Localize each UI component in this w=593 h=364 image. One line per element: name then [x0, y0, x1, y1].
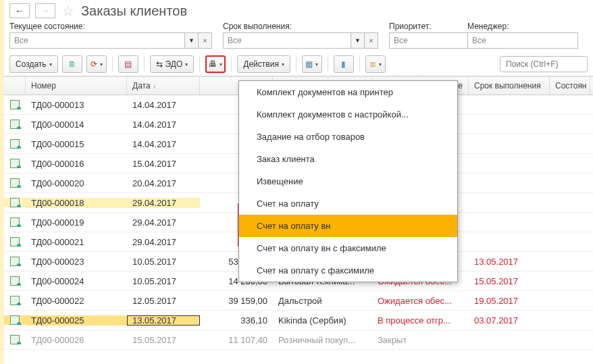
row-doc-icon — [10, 159, 20, 168]
row-client: Kikinda (Сербия) — [273, 315, 372, 326]
table-row[interactable]: ТД00-00002615.05.201711 107,40Розничный … — [4, 330, 593, 350]
row-doc-icon — [10, 139, 20, 149]
reports-button[interactable]: ▦▾ — [302, 55, 322, 73]
row-sum: 336,10 — [200, 315, 273, 326]
col-number[interactable]: Номер — [26, 77, 127, 95]
print-menu-item[interactable]: Счет на оплату — [239, 192, 457, 215]
row-number: ТД00-000022 — [26, 296, 127, 306]
col-due[interactable]: Срок выполнения — [469, 77, 550, 95]
row-due: 19.05.2017 — [469, 296, 550, 306]
row-number: ТД00-000014 — [26, 120, 127, 130]
reload-icon: ⟳ — [91, 59, 97, 69]
filter-state-label: Текущее состояние: — [9, 22, 212, 31]
row-client: Дальстрой — [273, 296, 372, 306]
db-icon: ≣ — [369, 59, 376, 69]
row-due: 13.05.2017 — [469, 257, 550, 267]
db-button[interactable]: ≣▾ — [365, 55, 386, 73]
row-doc-icon — [10, 296, 20, 305]
row-status: В процессе отгр... — [372, 315, 469, 326]
row-number: ТД00-000021 — [26, 237, 127, 247]
filter-state-dropdown[interactable]: ▼ — [185, 32, 199, 49]
search-box[interactable] — [500, 56, 588, 72]
print-menu-item[interactable]: Заказ клиента — [239, 148, 457, 170]
row-doc-icon — [10, 120, 20, 129]
print-menu-item[interactable]: Извещение — [239, 170, 457, 192]
row-date: 29.04.2017 — [127, 217, 200, 228]
print-menu-item[interactable]: Счет на оплату вн с факсимиле — [239, 237, 457, 259]
row-date: 10.05.2017 — [127, 257, 200, 267]
print-menu-item[interactable]: Счет на оплату с факсимиле — [239, 259, 457, 282]
row-status: Ожидается обес... — [372, 296, 469, 306]
row-doc-icon — [10, 335, 20, 344]
table-row[interactable]: ТД00-00002513.05.2017336,10Kikinda (Серб… — [4, 311, 593, 330]
filter-due-input[interactable] — [223, 32, 351, 49]
filter-mgr-label: Менеджер: — [467, 22, 575, 31]
sort-desc-icon: ↓ — [153, 82, 157, 90]
filter-due-clear[interactable]: × — [365, 32, 378, 49]
nav-back[interactable]: ← — [9, 3, 30, 18]
col-cond[interactable]: Состоян — [550, 77, 590, 95]
row-due: 15.05.2017 — [469, 276, 550, 286]
row-number: ТД00-000019 — [26, 217, 127, 228]
row-number: ТД00-000025 — [26, 315, 127, 326]
filter-state-button[interactable]: ▤ — [118, 55, 138, 73]
row-date: 20.04.2017 — [127, 178, 200, 188]
favorite-icon[interactable]: ☆ — [62, 3, 74, 19]
row-doc-icon — [10, 257, 20, 266]
row-doc-icon — [10, 217, 20, 227]
row-date: 29.04.2017 — [127, 237, 200, 247]
row-sum: 39 159,00 — [200, 296, 273, 306]
filter-state-clear[interactable]: × — [199, 32, 212, 49]
row-date: 15.04.2017 — [127, 159, 200, 169]
table-row[interactable]: ТД00-00002212.05.201739 159,00ДальстройО… — [4, 291, 593, 311]
row-doc-icon — [10, 315, 20, 325]
report-icon: ▦ — [305, 59, 313, 69]
row-doc-icon — [10, 100, 20, 109]
nav-forward[interactable]: → — [35, 3, 55, 18]
row-date: 29.04.2017 — [127, 198, 200, 208]
row-number: ТД00-000016 — [26, 159, 127, 169]
row-date: 13.05.2017 — [127, 315, 200, 326]
filter-mgr-input[interactable] — [467, 32, 578, 49]
actions-button[interactable]: Действия▾ — [237, 55, 290, 73]
new-doc-icon: 🗎 — [68, 59, 76, 69]
print-menu-item[interactable]: Комплект документов с настройкой... — [239, 103, 457, 126]
filter-prio-label: Приоритет: — [389, 22, 457, 31]
print-button[interactable]: 🖶▾ — [205, 55, 226, 73]
row-date: 14.04.2017 — [127, 120, 200, 130]
row-number: ТД00-000015 — [26, 139, 127, 149]
filter-due-label: Срок выполнения: — [223, 22, 378, 31]
printer-icon: 🖶 — [209, 59, 217, 69]
edo-icon: ⇆ — [156, 59, 163, 69]
blue-book-button[interactable]: ▮ — [334, 55, 354, 73]
book-icon: ▮ — [341, 59, 346, 69]
row-number: ТД00-000024 — [26, 276, 127, 286]
row-date: 14.04.2017 — [127, 139, 200, 149]
row-doc-icon — [10, 237, 20, 246]
print-menu-item[interactable]: Комплект документов на принтер — [239, 81, 457, 103]
row-status: Закрыт — [372, 335, 469, 345]
create-button[interactable]: Создать▾ — [9, 55, 58, 73]
print-menu: Комплект документов на принтерКомплект д… — [238, 80, 458, 282]
row-due: 03.07.2017 — [469, 315, 550, 326]
print-menu-item[interactable]: Счет на оплату вн — [239, 215, 457, 237]
filter-state-input[interactable] — [9, 32, 185, 49]
row-number: ТД00-000026 — [26, 335, 127, 345]
row-client: Розничный покуп... — [273, 335, 372, 345]
col-date[interactable]: Дата↓ — [127, 77, 200, 95]
row-number: ТД00-000013 — [26, 100, 127, 110]
row-doc-icon — [10, 198, 20, 207]
row-number: ТД00-000020 — [26, 178, 127, 188]
filter-due-dropdown[interactable]: ▼ — [351, 32, 365, 49]
row-date: 10.05.2017 — [127, 276, 200, 286]
row-date: 15.05.2017 — [127, 335, 200, 345]
row-sum: 11 107,40 — [200, 335, 273, 345]
edo-button[interactable]: ⇆ЭДО▾ — [150, 55, 195, 73]
new-doc-button[interactable]: 🗎 — [62, 55, 82, 73]
reload-button[interactable]: ⟳▾ — [86, 55, 107, 73]
row-doc-icon — [10, 178, 20, 188]
print-menu-item[interactable]: Задание на отбор товаров — [239, 126, 457, 148]
search-input[interactable] — [505, 59, 583, 70]
page-title: Заказы клиентов — [81, 3, 187, 19]
row-date: 14.04.2017 — [127, 100, 200, 110]
